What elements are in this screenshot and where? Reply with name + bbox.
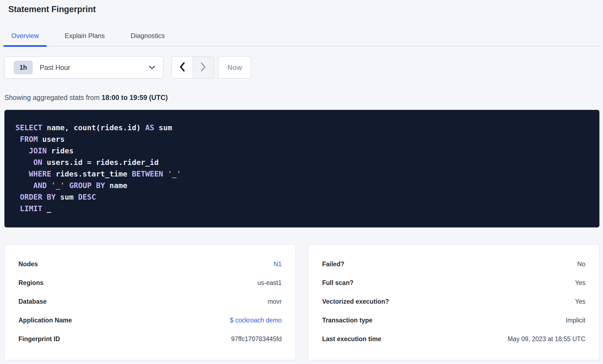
row-value: No bbox=[577, 260, 585, 268]
summary-row-failed: Failed? No bbox=[322, 255, 585, 273]
row-label: Nodes bbox=[18, 260, 38, 268]
row-label: Application Name bbox=[18, 317, 72, 324]
statement-fingerprint-page: Statement Fingerprint Overview Explain P… bbox=[4, 4, 599, 360]
tab-bar: Overview Explain Plans Diagnostics bbox=[4, 32, 599, 47]
summary-row-last-execution-time: Last execution time May 09, 2023 at 18:5… bbox=[322, 330, 585, 348]
chevron-left-icon bbox=[179, 62, 186, 73]
nodes-link[interactable]: N1 bbox=[274, 260, 282, 268]
summary-row-vectorized: Vectorized execution? Yes bbox=[322, 292, 585, 311]
row-label: Regions bbox=[18, 279, 44, 287]
row-label: Vectorized execution? bbox=[322, 298, 389, 305]
sql-statement-box: SELECT name, count(rides.id) AS sum FROM… bbox=[4, 110, 599, 227]
summary-row-full-scan: Full scan? Yes bbox=[322, 273, 585, 292]
row-value: 97ffc170783445fd bbox=[231, 335, 282, 343]
stats-time-range: 18:00 to 19:59 (UTC) bbox=[102, 94, 168, 101]
row-value: us-east1 bbox=[257, 279, 282, 287]
time-range-label: Past Hour bbox=[40, 64, 149, 72]
summary-row-regions: Regions us-east1 bbox=[18, 273, 282, 292]
row-label: Transaction type bbox=[322, 317, 373, 324]
row-value: Implicit bbox=[566, 317, 585, 324]
interval-badge: 1h bbox=[14, 61, 33, 74]
aggregated-stats-caption: Showing aggregated stats from 18:00 to 1… bbox=[4, 94, 599, 102]
time-step-buttons bbox=[172, 56, 214, 78]
tab-overview[interactable]: Overview bbox=[4, 32, 46, 46]
row-label: Last execution time bbox=[322, 335, 381, 343]
summary-row-nodes: Nodes N1 bbox=[18, 255, 282, 273]
row-label: Failed? bbox=[322, 260, 344, 268]
next-interval-button[interactable] bbox=[193, 57, 214, 78]
tab-explain-plans[interactable]: Explain Plans bbox=[58, 32, 112, 46]
summary-cards: Nodes N1 Regions us-east1 Database movr … bbox=[4, 245, 599, 360]
row-label: Database bbox=[18, 298, 47, 305]
summary-row-fingerprint-id: Fingerprint ID 97ffc170783445fd bbox=[18, 330, 282, 348]
summary-row-transaction-type: Transaction type Implicit bbox=[322, 311, 585, 330]
time-controls: 1h Past Hour Now bbox=[4, 56, 599, 78]
previous-interval-button[interactable] bbox=[172, 57, 193, 78]
chevron-down-icon bbox=[149, 66, 155, 69]
time-range-dropdown[interactable]: 1h Past Hour bbox=[4, 56, 163, 78]
row-value: May 09, 2023 at 18:55 UTC bbox=[507, 335, 585, 343]
row-label: Fingerprint ID bbox=[18, 335, 60, 343]
summary-row-application-name: Application Name $ cockroach demo bbox=[18, 311, 282, 330]
application-name-link[interactable]: $ cockroach demo bbox=[230, 317, 282, 324]
row-value: movr bbox=[268, 298, 282, 305]
statement-details-card: Nodes N1 Regions us-east1 Database movr … bbox=[4, 245, 296, 360]
tab-diagnostics[interactable]: Diagnostics bbox=[124, 32, 172, 46]
row-value: Yes bbox=[575, 279, 585, 287]
page-title: Statement Fingerprint bbox=[8, 4, 599, 14]
row-label: Full scan? bbox=[322, 279, 354, 287]
sql-code: SELECT name, count(rides.id) AS sum FROM… bbox=[15, 122, 588, 214]
chevron-right-icon bbox=[200, 62, 207, 73]
summary-row-database: Database movr bbox=[18, 292, 282, 311]
execution-attributes-card: Failed? No Full scan? Yes Vectorized exe… bbox=[308, 245, 599, 360]
stats-prefix: Showing aggregated stats from bbox=[4, 94, 102, 101]
row-value: Yes bbox=[575, 298, 585, 305]
now-button[interactable]: Now bbox=[218, 56, 251, 78]
